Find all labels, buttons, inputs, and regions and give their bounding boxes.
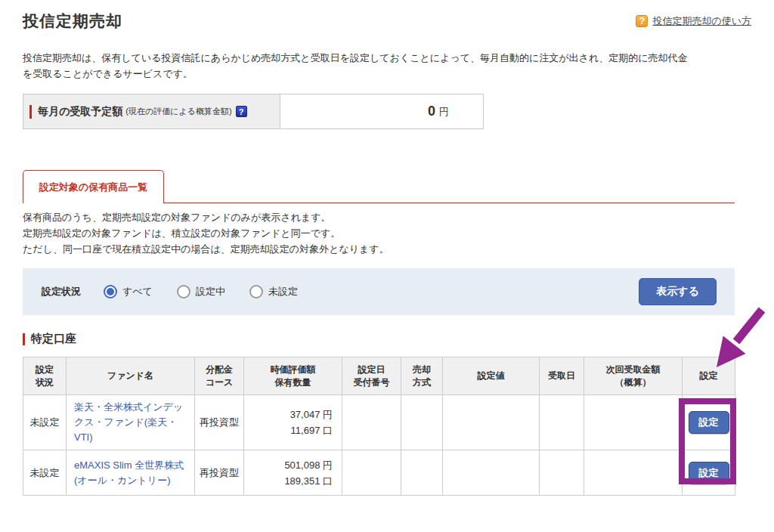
summary-label-cell: 毎月の受取予定額 (現在の評価による概算金額) ? <box>23 94 280 128</box>
usage-help-link[interactable]: ? 投信定期売却の使い方 <box>636 14 751 28</box>
summary-label: 毎月の受取予定額 <box>38 105 122 119</box>
value-cell: 501,098 円 189,351 口 <box>244 450 342 496</box>
set-date-cell <box>342 395 401 450</box>
market-value: 501,098 円 <box>244 457 333 473</box>
tab-strip: 設定対象の保有商品一覧 <box>23 170 735 203</box>
account-section-heading: 特定口座 <box>23 332 751 346</box>
fund-link[interactable]: eMAXIS Slim 全世界株式(オール・カントリー) <box>74 459 184 486</box>
col-header-setting: 設定 <box>683 357 735 395</box>
radio-option-all[interactable]: すべて <box>104 285 153 298</box>
sell-method-cell <box>401 395 443 450</box>
table-header-row: 設定 状況 ファンド名 分配金 コース 時価評価額 保有数量 設定日 受付番号 … <box>23 357 735 395</box>
col-header-set-value: 設定値 <box>443 357 540 395</box>
radio-button-icon <box>249 285 263 298</box>
fund-link[interactable]: 楽天・全米株式インデックス・ファンド(楽天・VTI) <box>74 401 183 443</box>
radio-button-icon <box>104 285 117 298</box>
set-value-cell <box>443 395 540 450</box>
help-question-icon: ? <box>636 15 648 27</box>
fund-name-cell: eMAXIS Slim 全世界株式(オール・カントリー) <box>67 450 195 496</box>
note-line-3: ただし、同一口座で現在積立設定中の場合は、定期売却設定の対象外となります。 <box>23 241 751 257</box>
summary-value-cell: 0 円 <box>280 94 483 128</box>
radio-label-not-configured: 未設定 <box>268 285 298 298</box>
service-description: 投信定期売却は、保有している投資信託にあらかじめ売却方式と受取日を設定しておくこ… <box>23 50 751 82</box>
radio-label-all: すべて <box>122 285 153 298</box>
market-value: 37,047 円 <box>244 407 333 422</box>
col-header-status: 設定 状況 <box>23 357 67 395</box>
page-title: 投信定期売却 <box>23 11 122 32</box>
tab-target-holdings-list[interactable]: 設定対象の保有商品一覧 <box>23 170 164 203</box>
summary-amount-value: 0 <box>428 104 435 119</box>
status-filter-bar: 設定状況 すべて 設定中 未設定 表示する <box>23 268 735 315</box>
service-description-line-2: を受取ることができるサービスです。 <box>23 66 751 82</box>
table-row: 未設定 楽天・全米株式インデックス・ファンド(楽天・VTI) 再投資型 37,0… <box>23 395 735 450</box>
radio-option-not-configured[interactable]: 未設定 <box>249 285 298 298</box>
radio-label-configured: 設定中 <box>196 285 225 298</box>
status-cell: 未設定 <box>23 450 67 496</box>
filter-label: 設定状況 <box>42 285 81 298</box>
col-header-next-amount: 次回受取金額 （概算） <box>584 357 683 395</box>
value-cell: 37,047 円 11,697 口 <box>244 395 342 450</box>
summary-help-icon[interactable]: ? <box>236 106 247 117</box>
table-row: 未設定 eMAXIS Slim 全世界株式(オール・カントリー) 再投資型 50… <box>23 450 735 496</box>
set-date-cell <box>342 450 401 496</box>
col-header-set-date: 設定日 受付番号 <box>342 357 401 395</box>
radio-button-icon <box>177 285 190 298</box>
held-units: 11,697 口 <box>244 422 333 438</box>
red-accent-bar <box>29 105 32 119</box>
radio-option-configured[interactable]: 設定中 <box>177 285 225 298</box>
receive-date-cell <box>540 450 584 496</box>
course-cell: 再投資型 <box>195 395 244 450</box>
course-cell: 再投資型 <box>195 450 244 496</box>
fund-name-cell: 楽天・全米株式インデックス・ファンド(楽天・VTI) <box>67 395 195 450</box>
col-header-receive-date: 受取日 <box>540 357 584 395</box>
holdings-table: 設定 状況 ファンド名 分配金 コース 時価評価額 保有数量 設定日 受付番号 … <box>23 357 735 496</box>
usage-help-link-label: 投信定期売却の使い方 <box>652 14 751 28</box>
investment-trust-periodic-sale-page: 投信定期売却 ? 投信定期売却の使い方 投信定期売却は、保有している投資信託にあ… <box>0 0 774 532</box>
page-header: 投信定期売却 ? 投信定期売却の使い方 <box>23 11 751 32</box>
note-line-2: 定期売却設定の対象ファンドは、積立設定の対象ファンドと同一です。 <box>23 225 751 241</box>
sell-method-cell <box>401 450 443 496</box>
action-cell: 設定 <box>683 450 735 496</box>
held-units: 189,351 口 <box>244 473 333 489</box>
next-amount-cell <box>584 395 683 450</box>
note-line-1: 保有商品のうち、定期売却設定の対象ファンドのみが表示されます。 <box>23 209 751 225</box>
col-header-fund-name: ファンド名 <box>67 357 195 395</box>
col-header-market-value: 時価評価額 保有数量 <box>244 357 342 395</box>
red-accent-bar <box>23 333 25 345</box>
summary-amount-unit: 円 <box>439 105 449 119</box>
service-description-line-1: 投信定期売却は、保有している投資信託にあらかじめ売却方式と受取日を設定しておくこ… <box>23 50 751 66</box>
monthly-receive-summary-box: 毎月の受取予定額 (現在の評価による概算金額) ? 0 円 <box>23 94 484 129</box>
next-amount-cell <box>584 450 683 496</box>
col-header-distribution-course: 分配金 コース <box>195 357 244 395</box>
set-value-cell <box>443 450 540 496</box>
receive-date-cell <box>540 395 584 450</box>
show-button[interactable]: 表示する <box>639 278 717 305</box>
set-button[interactable]: 設定 <box>689 411 729 434</box>
status-cell: 未設定 <box>23 395 67 450</box>
account-section-title: 特定口座 <box>31 332 76 346</box>
summary-sublabel: (現在の評価による概算金額) <box>125 106 231 117</box>
set-button[interactable]: 設定 <box>689 462 729 484</box>
action-cell: 設定 <box>683 395 735 450</box>
notes-block: 保有商品のうち、定期売却設定の対象ファンドのみが表示されます。 定期売却設定の対… <box>23 209 751 257</box>
col-header-sell-method: 売却 方式 <box>401 357 443 395</box>
